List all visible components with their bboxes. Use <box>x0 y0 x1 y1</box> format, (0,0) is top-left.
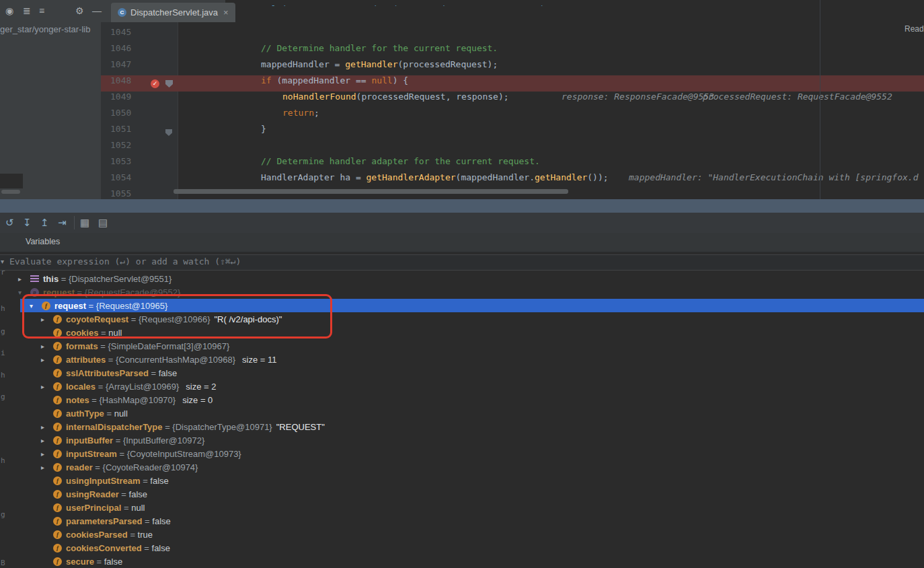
variable-name: internalDispatcherType <box>66 422 163 432</box>
chevron-right-icon[interactable]: ▸ <box>41 450 53 458</box>
code-line-1052[interactable]: 1052 <box>101 140 924 156</box>
tab-label: DispatcherServlet.java <box>130 7 218 17</box>
variable-name: attributes <box>66 355 106 365</box>
variable-row-cookiesParsed[interactable]: fcookiesParsed = true <box>0 528 924 541</box>
project-horizontal-scrollbar[interactable] <box>1 190 20 194</box>
code-line-1048[interactable]: 1048✓if (mappedHandler == null) { <box>101 75 924 92</box>
view-as-table-icon[interactable]: ▦ <box>80 217 89 229</box>
variable-row-cookies[interactable]: fcookies = null <box>0 326 924 339</box>
line-number[interactable]: 1055 <box>110 188 139 199</box>
variable-name: request <box>54 301 86 311</box>
variable-row-reader[interactable]: ▸freader = {CoyoteReader@10974} <box>0 460 924 474</box>
code-line-1054[interactable]: 1054HandlerAdapter ha = getHandlerAdapte… <box>101 172 924 188</box>
variable-row-locales[interactable]: ▸flocales = {ArrayList@10969}size = 2 <box>0 380 924 393</box>
chevron-right-icon[interactable]: ▸ <box>41 464 53 471</box>
equals-sign: = <box>128 530 138 540</box>
editor-pane[interactable]: multipartRequestParsed = (processedReque… <box>101 0 924 199</box>
variable-row-notes[interactable]: fnotes = {HashMap@10970}size = 0 <box>0 393 924 406</box>
variable-name: notes <box>66 395 89 405</box>
chevron-down-icon[interactable]: ▾ <box>30 302 42 310</box>
tab-variables[interactable]: Variables <box>26 237 60 246</box>
line-number[interactable]: 1045 <box>110 27 139 37</box>
variable-row-inputStream[interactable]: ▸finputStream = {CoyoteInputStream@10973… <box>0 447 924 460</box>
splitter-band[interactable] <box>0 199 924 213</box>
code-line-1047[interactable]: 1047mappedHandler = getHandler(processed… <box>101 59 924 75</box>
window-control-icon[interactable]: ◉ <box>5 5 13 17</box>
field-icon: f <box>53 423 62 431</box>
code-line-1046[interactable]: 1046// Determine handler for the current… <box>101 43 924 59</box>
layout-settings-icon[interactable]: ▤ <box>98 217 108 229</box>
step-out-icon[interactable]: ↥ <box>40 217 49 229</box>
line-number[interactable]: 1052 <box>110 140 139 150</box>
variable-value: null <box>114 409 128 419</box>
code-line-1049[interactable]: 1049noHandlerFound(processedRequest, res… <box>101 92 924 108</box>
variable-name: authType <box>66 409 104 419</box>
equals-sign: = <box>98 328 108 338</box>
variable-row-authType[interactable]: fauthType = null <box>0 406 924 420</box>
tool-stripe-letter: g <box>1 392 5 401</box>
scroll-to-end-icon[interactable]: ≣ <box>23 5 31 17</box>
variable-name: reader <box>66 462 93 472</box>
variable-row-cookiesConverted[interactable]: fcookiesConverted = false <box>0 541 924 555</box>
code-line-1051[interactable]: 1051} <box>101 124 924 140</box>
line-number[interactable]: 1054 <box>110 172 139 182</box>
variable-row-request[interactable]: ▾frequest = {Request@10965} <box>0 299 924 312</box>
step-into-icon[interactable]: ↧ <box>23 217 32 229</box>
reset-frame-icon[interactable]: ↺ <box>5 217 14 229</box>
chevron-right-icon[interactable]: ▸ <box>18 275 30 283</box>
variable-row-usingReader[interactable]: fusingReader = false <box>0 487 924 501</box>
variable-row-inputBuffer[interactable]: ▸finputBuffer = {InputBuffer@10972} <box>0 433 924 447</box>
variable-row-sslAttributesParsed[interactable]: fsslAttributesParsed = false <box>0 366 924 380</box>
line-number[interactable]: 1047 <box>110 59 139 69</box>
variable-name: secure <box>66 557 94 567</box>
variable-row-coyoteRequest[interactable]: ▸fcoyoteRequest = {Request@10966}"R( /v2… <box>0 312 924 326</box>
code-line-1053[interactable]: 1053// Determine handler adapter for the… <box>101 156 924 172</box>
minimize-icon[interactable]: — <box>92 5 102 17</box>
variable-row-usingInputStream[interactable]: fusingInputStream = false <box>0 474 924 487</box>
line-number[interactable]: 1048 <box>110 75 139 85</box>
line-number[interactable]: 1050 <box>110 108 139 118</box>
chevron-right-icon[interactable]: ▸ <box>41 343 53 350</box>
line-number[interactable]: 1046 <box>110 43 139 53</box>
chevron-right-icon[interactable]: ▸ <box>41 316 53 323</box>
variable-name: usingReader <box>66 489 119 499</box>
chevron-right-icon[interactable]: ▸ <box>41 356 53 363</box>
tool-stripe-letter: g <box>1 327 5 336</box>
chevron-right-icon[interactable]: ▸ <box>41 423 53 431</box>
breakpoint-icon[interactable]: ✓ <box>151 79 159 88</box>
editor-horizontal-scrollbar[interactable] <box>174 189 568 194</box>
variable-name: sslAttributesParsed <box>66 368 149 378</box>
evaluate-expression-input[interactable]: Evaluate expression (↵) or add a watch (… <box>0 254 924 271</box>
settings-gear-icon[interactable]: ⚙ <box>75 5 84 17</box>
toolbar-separator <box>74 216 75 229</box>
project-panel[interactable]: ger_star/yonger-star-lib <box>0 22 101 199</box>
code-line-1050[interactable]: 1050return; <box>101 108 924 124</box>
variable-row-parametersParsed[interactable]: fparametersParsed = false <box>0 514 924 528</box>
variable-row-request[interactable]: ▾prequest = {RequestFacade@9552} <box>0 285 924 299</box>
variable-row-userPrincipal[interactable]: fuserPrincipal = null <box>0 501 924 514</box>
variable-row-internalDispatcherType[interactable]: ▸finternalDispatcherType = {DispatcherTy… <box>0 420 924 433</box>
line-number[interactable]: 1051 <box>110 124 139 134</box>
variable-row-secure[interactable]: fsecure = false <box>0 555 924 568</box>
align-lines-icon[interactable]: ≡ <box>39 5 44 17</box>
main-toolbar: ◉ ≣ ≡ ⚙ — C DispatcherServlet.java × <box>0 0 225 22</box>
variable-row-attributes[interactable]: ▸fattributes = {ConcurrentHashMap@10968}… <box>0 353 924 366</box>
variable-value: {HashMap@10970} <box>100 395 176 405</box>
editor-tab-dispatcherservlet[interactable]: C DispatcherServlet.java × <box>111 3 235 22</box>
line-number[interactable]: 1053 <box>110 156 139 166</box>
run-to-cursor-icon[interactable]: ⇥ <box>58 217 67 229</box>
field-icon: f <box>53 450 62 458</box>
equals-sign: = <box>141 476 151 486</box>
chevron-right-icon[interactable]: ▸ <box>41 383 53 390</box>
variable-size: size = 0 <box>182 395 213 405</box>
line-number[interactable]: 1049 <box>110 92 139 102</box>
variable-row-formats[interactable]: ▸fformats = {SimpleDateFormat[3]@10967} <box>0 339 924 353</box>
chevron-down-icon[interactable]: ▾ <box>1 258 4 265</box>
chevron-right-icon[interactable]: ▸ <box>41 437 53 444</box>
tab-close-icon[interactable]: × <box>223 7 229 17</box>
chevron-down-icon[interactable]: ▾ <box>18 289 30 296</box>
equals-sign: = <box>117 449 127 459</box>
ide-window: multipartRequestParsed = (processedReque… <box>0 0 924 568</box>
code-line-1045[interactable]: 1045 <box>101 27 924 43</box>
variable-row-this[interactable]: ▸this = {DispatcherServlet@9551} <box>0 272 924 285</box>
